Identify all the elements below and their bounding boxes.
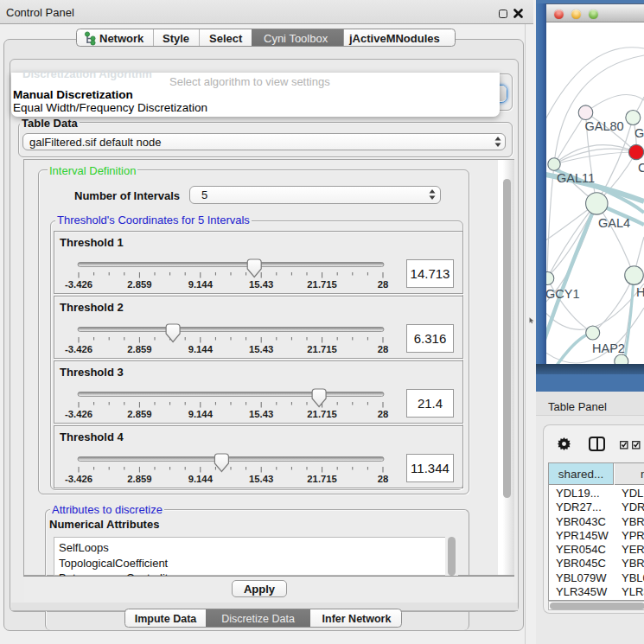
svg-text:2.859: 2.859 [127, 344, 151, 354]
svg-text:GAL11: GAL11 [557, 171, 595, 185]
svg-text:28: 28 [378, 344, 389, 354]
svg-text:C: C [638, 161, 644, 175]
svg-text:15.43: 15.43 [249, 279, 273, 290]
svg-text:9.144: 9.144 [188, 474, 214, 484]
svg-text:-3.426: -3.426 [65, 344, 92, 354]
svg-text:21.715: 21.715 [307, 344, 337, 354]
svg-text:2.859: 2.859 [127, 279, 151, 290]
svg-text:9.144: 9.144 [188, 279, 214, 290]
svg-text:GAL80: GAL80 [585, 119, 624, 133]
svg-text:H: H [636, 285, 644, 299]
svg-text:-3.426: -3.426 [65, 279, 92, 290]
svg-text:GAL4: GAL4 [598, 216, 630, 230]
svg-text:28: 28 [378, 279, 389, 290]
svg-text:15.43: 15.43 [249, 344, 273, 354]
svg-text:2.859: 2.859 [127, 474, 151, 484]
svg-text:21.715: 21.715 [307, 474, 337, 484]
svg-text:9.144: 9.144 [188, 409, 214, 419]
svg-text:21.715: 21.715 [307, 409, 337, 419]
svg-text:15.43: 15.43 [249, 474, 273, 484]
svg-text:28: 28 [378, 409, 389, 419]
svg-text:-3.426: -3.426 [65, 409, 92, 419]
svg-text:HAP2: HAP2 [592, 341, 625, 355]
svg-text:21.715: 21.715 [307, 279, 337, 290]
svg-text:15.43: 15.43 [249, 409, 273, 419]
svg-text:2.859: 2.859 [127, 409, 151, 419]
svg-text:GCY1: GCY1 [546, 287, 580, 301]
svg-text:9.144: 9.144 [188, 344, 214, 354]
svg-text:28: 28 [378, 474, 389, 484]
svg-text:G: G [634, 126, 644, 140]
svg-text:-3.426: -3.426 [65, 474, 92, 484]
